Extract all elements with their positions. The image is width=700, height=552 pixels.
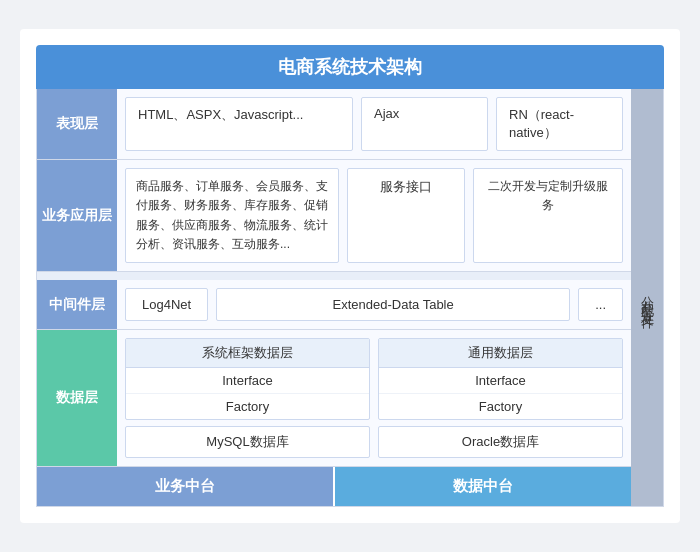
presentation-items: HTML、ASPX、Javascript... Ajax RN（react-na… (125, 97, 623, 151)
data-right-interface: Interface (379, 368, 622, 394)
middleware-item-1: Extended-Data Table (216, 288, 570, 321)
data-right-subsystem: 通用数据层 Interface Factory (378, 338, 623, 420)
data-subsystems: 系统框架数据层 Interface Factory 通用数据层 Interfac… (125, 338, 623, 420)
middleware-label: 中间件层 (37, 280, 117, 329)
business-item-2: 二次开发与定制升级服务 (473, 168, 623, 263)
layers-area: 表现层 HTML、ASPX、Javascript... Ajax RN（reac… (37, 89, 631, 506)
data-left-interface: Interface (126, 368, 369, 394)
business-content: 商品服务、订单服务、会员服务、支付服务、财务服务、库存服务、促销服务、供应商服务… (117, 160, 631, 271)
business-label: 业务应用层 (37, 160, 117, 271)
presentation-item-0: HTML、ASPX、Javascript... (125, 97, 353, 151)
data-left-factory: Factory (126, 394, 369, 419)
middleware-content: Log4Net Extended-Data Table ... (117, 280, 631, 329)
data-left-title: 系统框架数据层 (126, 339, 369, 368)
middleware-item-2: ... (578, 288, 623, 321)
presentation-layer: 表现层 HTML、ASPX、Javascript... Ajax RN（reac… (37, 89, 631, 160)
data-label: 数据层 (37, 330, 117, 466)
bottom-row: 业务中台 数据中台 (37, 467, 631, 506)
data-layer: 数据层 系统框架数据层 Interface Factory 通用数据层 (37, 330, 631, 467)
data-db-row: MySQL数据库 Oracle数据库 (125, 426, 623, 458)
bottom-right: 数据中台 (335, 467, 631, 506)
bottom-left: 业务中台 (37, 467, 333, 506)
data-left-subsystem: 系统框架数据层 Interface Factory (125, 338, 370, 420)
diagram-title: 电商系统技术架构 (278, 57, 422, 77)
right-sidebar: 公共配置文件 (631, 89, 663, 506)
middleware-item-0: Log4Net (125, 288, 208, 321)
presentation-item-2: RN（react-native） (496, 97, 623, 151)
data-content: 系统框架数据层 Interface Factory 通用数据层 Interfac… (117, 330, 631, 466)
middleware-items: Log4Net Extended-Data Table ... (125, 288, 623, 321)
business-item-1: 服务接口 (347, 168, 465, 263)
data-right-factory: Factory (379, 394, 622, 419)
middleware-layer: 中间件层 Log4Net Extended-Data Table ... (37, 280, 631, 330)
presentation-label: 表现层 (37, 89, 117, 159)
layer-divider (37, 272, 631, 280)
data-right-title: 通用数据层 (379, 339, 622, 368)
data-db-right: Oracle数据库 (378, 426, 623, 458)
diagram-wrapper: 电商系统技术架构 表现层 HTML、ASPX、Javascript... Aja… (20, 29, 680, 523)
presentation-content: HTML、ASPX、Javascript... Ajax RN（react-na… (117, 89, 631, 159)
sidebar-label: 公共配置文件 (638, 286, 656, 310)
presentation-item-1: Ajax (361, 97, 488, 151)
data-db-left: MySQL数据库 (125, 426, 370, 458)
title-bar: 电商系统技术架构 (36, 45, 664, 89)
business-layer: 业务应用层 商品服务、订单服务、会员服务、支付服务、财务服务、库存服务、促销服务… (37, 160, 631, 272)
business-items: 商品服务、订单服务、会员服务、支付服务、财务服务、库存服务、促销服务、供应商服务… (125, 168, 623, 263)
business-item-0: 商品服务、订单服务、会员服务、支付服务、财务服务、库存服务、促销服务、供应商服务… (125, 168, 339, 263)
